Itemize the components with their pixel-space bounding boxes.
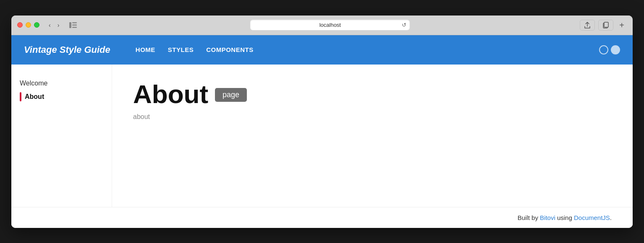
- active-indicator: [20, 92, 21, 101]
- page-footer: Built by Bitovi using DocumentJS.: [11, 207, 633, 228]
- svg-rect-2: [72, 24, 77, 26]
- sidebar-item-about[interactable]: About: [20, 90, 103, 104]
- svg-rect-1: [72, 22, 77, 23]
- reload-button[interactable]: ↺: [402, 22, 406, 28]
- nav-link-components[interactable]: COMPONENTS: [206, 46, 254, 53]
- svg-rect-5: [604, 22, 608, 27]
- main-layout: Welcome About About page about: [11, 65, 633, 207]
- close-button[interactable]: [17, 22, 23, 28]
- traffic-lights: [17, 22, 39, 28]
- address-bar-container: ↺: [84, 20, 576, 30]
- svg-rect-3: [72, 27, 77, 28]
- footer-bitovi-link[interactable]: Bitovi: [540, 214, 555, 221]
- back-button[interactable]: ‹: [46, 21, 53, 29]
- browser-window: ‹ › ↺: [11, 16, 633, 228]
- footer-prefix: Built by: [518, 214, 540, 221]
- sidebar-toggle-button[interactable]: [66, 21, 80, 29]
- footer-suffix: .: [610, 214, 612, 221]
- nav-toggle-group: [599, 45, 620, 54]
- page-subtitle: about: [133, 113, 612, 121]
- nav-link-home[interactable]: HOME: [136, 46, 155, 53]
- theme-toggle-off[interactable]: [599, 45, 608, 54]
- footer-documentjs-link[interactable]: DocumentJS: [574, 214, 610, 221]
- page-heading: About page: [133, 81, 612, 107]
- add-tab-button[interactable]: +: [617, 21, 627, 29]
- browser-actions: +: [580, 20, 627, 31]
- nav-buttons: ‹ ›: [46, 21, 62, 29]
- share-button[interactable]: [580, 20, 595, 31]
- fullscreen-button[interactable]: [34, 22, 39, 28]
- sidebar-item-about-label: About: [25, 93, 44, 101]
- duplicate-button[interactable]: [598, 20, 613, 31]
- address-bar-wrapper: ↺: [250, 20, 410, 30]
- sidebar-item-welcome[interactable]: Welcome: [20, 77, 103, 90]
- app-navbar: Vintage Style Guide HOME STYLES COMPONEN…: [11, 35, 633, 65]
- nav-link-styles[interactable]: STYLES: [168, 46, 194, 53]
- footer-middle: using: [555, 214, 574, 221]
- page-content: Vintage Style Guide HOME STYLES COMPONEN…: [11, 35, 633, 228]
- browser-titlebar: ‹ › ↺: [11, 16, 633, 35]
- content-area: About page about: [112, 65, 633, 207]
- app-brand: Vintage Style Guide: [24, 44, 110, 55]
- sidebar: Welcome About: [11, 65, 112, 207]
- address-input[interactable]: [250, 20, 410, 30]
- theme-toggle-on[interactable]: [611, 45, 620, 54]
- minimize-button[interactable]: [26, 22, 31, 28]
- page-title: About: [133, 81, 208, 107]
- svg-rect-0: [69, 22, 71, 28]
- app-nav-links: HOME STYLES COMPONENTS: [136, 46, 254, 53]
- page-badge: page: [215, 88, 247, 102]
- forward-button[interactable]: ›: [55, 21, 62, 29]
